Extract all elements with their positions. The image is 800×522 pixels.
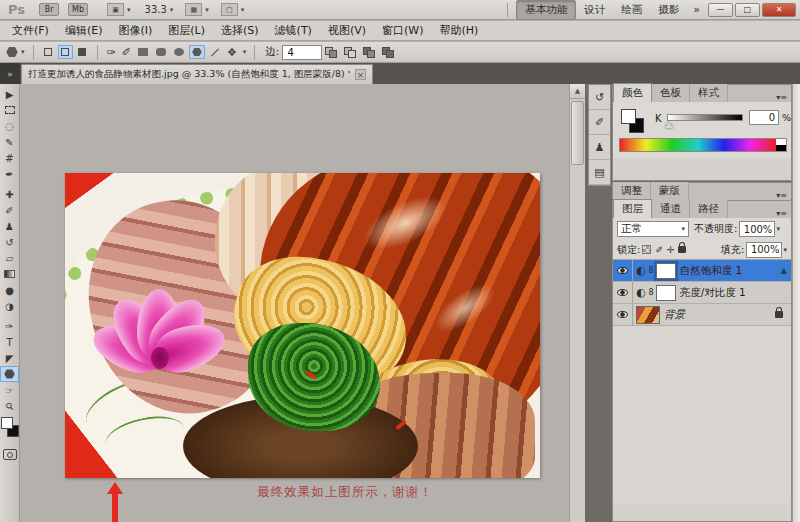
arrange-documents-icon[interactable]: ▦ [185, 3, 202, 16]
panel-color-swatches[interactable] [621, 109, 647, 135]
pen-tool-button[interactable]: ✑ [104, 46, 119, 59]
marquee-tool[interactable] [1, 102, 19, 118]
menu-filter[interactable]: 滤镜(T) [267, 21, 320, 40]
freeform-pen-tool-button[interactable]: ✐ [119, 46, 134, 59]
layer-mask-thumbnail[interactable] [656, 263, 676, 279]
custom-shape-caret-icon[interactable]: ▾ [243, 48, 247, 56]
tool-preset-caret-icon[interactable]: ▾ [21, 48, 25, 56]
tab-swatches[interactable]: 色板 [652, 84, 690, 102]
layer-row-brightness-contrast[interactable]: ◐ 8 亮度/对比度 1 [613, 282, 791, 304]
lock-all-icon[interactable] [678, 246, 686, 253]
spectrum-gradient[interactable] [620, 139, 776, 151]
lock-transparency-icon[interactable] [642, 245, 651, 254]
quick-select-tool[interactable]: ✎ [1, 134, 19, 150]
zoom-level-button[interactable]: 33.3 [145, 4, 167, 15]
workspace-photography-button[interactable]: 摄影 [650, 1, 687, 19]
path-select-tool[interactable]: ◤ [1, 350, 19, 366]
tab-paths[interactable]: 路径 [690, 200, 728, 218]
screen-mode-caret-icon[interactable]: ▾ [241, 6, 245, 14]
move-tool[interactable]: ▶ [1, 86, 19, 102]
fill-caret-icon[interactable]: ▾ [783, 246, 787, 254]
layer-mask-thumbnail[interactable] [656, 285, 676, 301]
layer-thumbnail[interactable] [636, 306, 660, 324]
pen-tool[interactable]: ✑ [1, 318, 19, 334]
lock-paint-icon[interactable]: ✐ [655, 245, 663, 255]
screen-mode-icon[interactable]: ▢ [221, 3, 238, 16]
clone-stamp-tool[interactable]: ♟ [1, 218, 19, 234]
sides-input[interactable]: 4 [282, 45, 322, 60]
intersect-shape-icon[interactable] [362, 46, 377, 59]
tab-channels[interactable]: 通道 [652, 200, 690, 218]
rectangle-tool-button[interactable] [135, 45, 151, 59]
paths-mode-button[interactable] [58, 45, 73, 59]
custom-shape-tool-button[interactable]: ❖ [224, 46, 240, 59]
lasso-tool[interactable]: ◌ [1, 118, 19, 134]
lock-position-icon[interactable]: ✛ [667, 245, 675, 255]
bridge-button[interactable]: Br [39, 3, 59, 16]
info-panel-icon[interactable]: ▤ [589, 160, 610, 185]
canvas-vertical-scrollbar[interactable]: ▲ [569, 84, 585, 522]
guides-icon[interactable]: ▣ [107, 3, 124, 16]
k-slider[interactable] [667, 114, 743, 121]
healing-brush-tool[interactable]: ✚ [1, 186, 19, 202]
visibility-cell[interactable] [613, 260, 633, 282]
shape-tool[interactable] [0, 366, 19, 382]
opacity-caret-icon[interactable]: ▾ [776, 225, 780, 233]
foreground-color-swatch[interactable] [1, 417, 13, 429]
opacity-input[interactable]: 100% [739, 221, 775, 237]
quick-mask-button[interactable] [3, 449, 17, 460]
canvas-image[interactable] [65, 173, 540, 478]
tab-styles[interactable]: 样式 [690, 84, 728, 102]
eye-icon[interactable] [617, 289, 628, 296]
k-value-input[interactable]: 0 [749, 110, 779, 125]
tab-layers[interactable]: 图层 [613, 199, 652, 218]
eyedropper-tool[interactable]: ✒ [1, 166, 19, 182]
zoom-caret-icon[interactable]: ▾ [170, 6, 174, 14]
tab-close-icon[interactable]: × [355, 69, 366, 80]
tab-masks[interactable]: 蒙版 [651, 182, 689, 200]
eye-icon[interactable] [617, 311, 628, 318]
visibility-cell[interactable] [613, 282, 633, 304]
clone-source-panel-icon[interactable]: ♟ [589, 135, 610, 160]
menu-file[interactable]: 文件(F) [4, 21, 57, 40]
blend-mode-select[interactable]: 正常 ▾ [617, 221, 689, 237]
panel-scroll-up-icon[interactable]: ▲ [781, 266, 787, 275]
toolbar-collapse-button[interactable]: » [0, 63, 20, 84]
polygon-tool-button[interactable] [189, 45, 205, 59]
zoom-tool[interactable]: ⚲ [1, 398, 19, 414]
tool-preset-polygon-icon[interactable] [6, 47, 18, 58]
tab-adjustments[interactable]: 调整 [613, 182, 651, 200]
blur-tool[interactable]: ● [1, 282, 19, 298]
history-panel-icon[interactable]: ↺ [589, 85, 610, 110]
eye-icon[interactable] [617, 267, 628, 274]
workspace-overflow-button[interactable]: » [693, 3, 700, 16]
layer-row-vibrance[interactable]: ◐ 8 自然饱和度 1 ▲ [613, 260, 791, 282]
hand-tool[interactable]: ☞ [1, 382, 19, 398]
subtract-shape-icon[interactable] [343, 46, 358, 59]
crop-tool[interactable]: # [1, 150, 19, 166]
ellipse-tool-button[interactable] [171, 45, 187, 59]
arrange-caret-icon[interactable]: ▾ [205, 6, 209, 14]
layer-name[interactable]: 自然饱和度 1 [680, 264, 743, 278]
line-tool-button[interactable] [207, 45, 223, 59]
brush-panel-icon[interactable]: ✐ [589, 110, 610, 135]
eraser-tool[interactable]: ▱ [1, 250, 19, 266]
spectrum-black-swatch[interactable] [776, 145, 786, 151]
fill-input[interactable]: 100% [746, 242, 782, 258]
menu-window[interactable]: 窗口(W) [374, 21, 431, 40]
type-tool[interactable]: T [1, 334, 19, 350]
brush-tool[interactable]: ✐ [1, 202, 19, 218]
panel-menu-icon[interactable]: ▾≡ [772, 191, 791, 200]
tab-color[interactable]: 颜色 [613, 83, 652, 102]
scrollbar-thumb[interactable] [571, 101, 584, 165]
restore-button[interactable]: □ [735, 3, 760, 17]
fill-pixels-mode-button[interactable] [75, 45, 90, 59]
menu-image[interactable]: 图像(I) [110, 21, 160, 40]
add-shape-icon[interactable] [324, 46, 339, 59]
layer-name[interactable]: 背景 [664, 308, 685, 322]
menu-edit[interactable]: 编辑(E) [57, 21, 111, 40]
panel-menu-icon[interactable]: ▾≡ [772, 209, 791, 218]
mask-link-icon[interactable]: 8 [649, 288, 654, 297]
workspace-essentials-button[interactable]: 基本功能 [516, 0, 576, 20]
layer-row-background[interactable]: 背景 [613, 304, 791, 326]
